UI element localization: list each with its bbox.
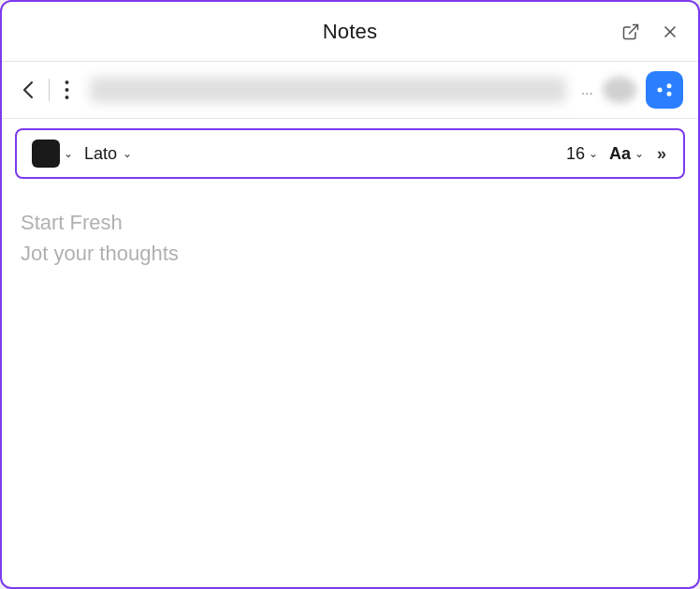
external-link-icon xyxy=(621,22,640,41)
svg-point-4 xyxy=(66,88,69,92)
nav-ellipsis: ... xyxy=(581,81,593,98)
vertical-dots-icon xyxy=(65,80,69,100)
toolbar-more-button[interactable]: » xyxy=(655,140,668,168)
window-title: Notes xyxy=(323,20,377,44)
placeholder-line1: Start Fresh xyxy=(21,207,679,238)
formatting-toolbar: ⌄ Lato ⌄ 16 ⌄ Aa ⌄ » xyxy=(15,128,685,179)
title-bar: Notes xyxy=(2,2,698,62)
share-icon xyxy=(655,81,674,99)
nav-blurred-avatar xyxy=(603,77,636,103)
back-chevron-icon xyxy=(22,81,34,99)
font-name-label: Lato xyxy=(84,144,117,164)
svg-line-0 xyxy=(629,24,637,33)
svg-point-3 xyxy=(66,81,69,84)
aa-dropdown-arrow: ⌄ xyxy=(634,147,644,160)
toolbar-more-label: » xyxy=(657,144,666,164)
nav-divider xyxy=(49,79,50,101)
external-link-button[interactable] xyxy=(618,19,644,45)
title-bar-actions xyxy=(618,19,683,45)
size-dropdown-arrow: ⌄ xyxy=(589,147,598,160)
share-button[interactable] xyxy=(646,71,683,109)
font-size-label: 16 xyxy=(566,144,585,164)
color-picker-button[interactable]: ⌄ xyxy=(32,140,73,168)
editor-area[interactable]: Start Fresh Jot your thoughts xyxy=(2,188,698,587)
notes-window: Notes xyxy=(0,0,700,589)
color-swatch xyxy=(32,140,60,168)
more-options-button[interactable] xyxy=(59,76,75,104)
back-button[interactable] xyxy=(17,77,39,103)
font-size-button[interactable]: 16 ⌄ xyxy=(566,144,598,164)
color-dropdown-arrow: ⌄ xyxy=(64,147,73,160)
nav-blurred-content xyxy=(90,77,566,103)
aa-label: Aa xyxy=(609,144,631,164)
text-style-button[interactable]: Aa ⌄ xyxy=(609,144,644,164)
close-button[interactable] xyxy=(657,19,683,45)
nav-bar: ... xyxy=(2,62,698,119)
svg-point-5 xyxy=(66,96,69,99)
font-dropdown-arrow: ⌄ xyxy=(123,147,132,160)
placeholder-line2: Jot your thoughts xyxy=(21,238,679,269)
close-icon xyxy=(661,22,679,41)
font-selector-button[interactable]: Lato ⌄ xyxy=(84,144,555,164)
